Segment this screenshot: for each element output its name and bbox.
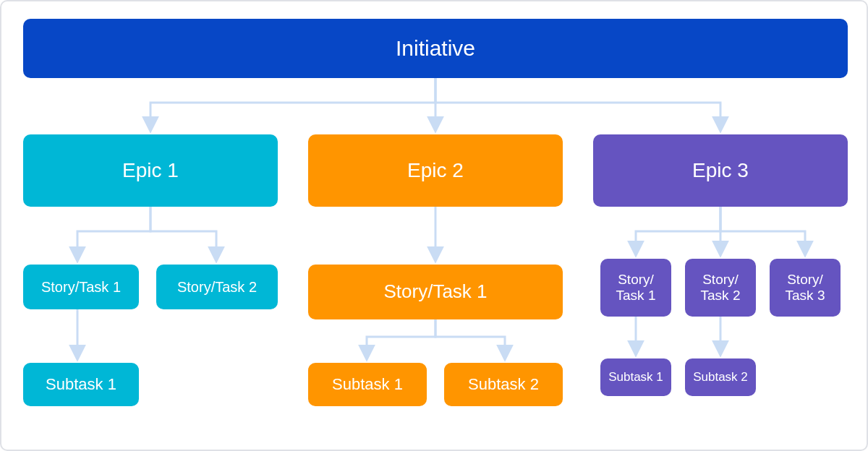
- epic-1-node: Epic 1: [23, 134, 278, 207]
- epic-3-story-1: Story/ Task 1: [600, 259, 671, 317]
- epic-3-subtask-1: Subtask 1: [600, 358, 671, 396]
- epic-1-story-1-subtask-1: Subtask 1: [23, 363, 139, 406]
- epic-1-story-1: Story/Task 1: [23, 265, 139, 309]
- diagram-frame: Initiative Epic 1 Story/Task 1 Story/Tas…: [0, 0, 868, 451]
- epic-2-story-1: Story/Task 1: [308, 265, 563, 319]
- epic-1-story-2: Story/Task 2: [156, 265, 278, 309]
- epic-3-story-3: Story/ Task 3: [770, 259, 841, 317]
- epic-2-subtask-1: Subtask 1: [308, 363, 427, 406]
- initiative-node: Initiative: [23, 19, 848, 78]
- epic-3-story-2: Story/ Task 2: [685, 259, 756, 317]
- epic-3-subtask-2: Subtask 2: [685, 358, 756, 396]
- epic-2-subtask-2: Subtask 2: [444, 363, 563, 406]
- epic-3-node: Epic 3: [593, 134, 848, 207]
- epic-2-node: Epic 2: [308, 134, 563, 207]
